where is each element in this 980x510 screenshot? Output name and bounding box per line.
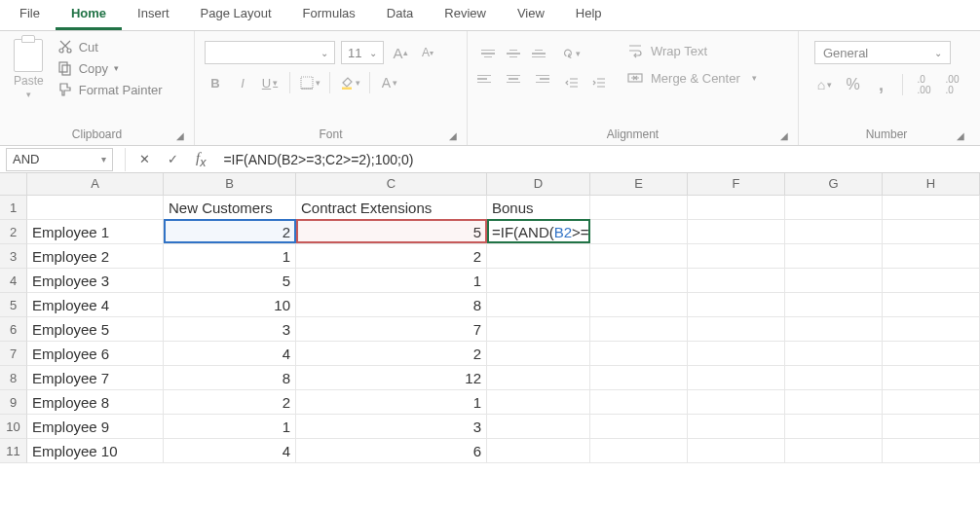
font-color-button[interactable]: A [379,72,400,93]
cell[interactable]: Employee 4 [27,293,164,317]
col-header-f[interactable]: F [688,173,785,195]
cell[interactable] [883,342,980,366]
italic-button[interactable]: I [232,72,253,93]
row-header[interactable]: 11 [0,439,27,463]
tab-home[interactable]: Home [56,0,122,30]
cell[interactable] [487,390,590,415]
cell[interactable] [688,415,785,439]
col-header-a[interactable]: A [27,173,164,195]
row-header[interactable]: 9 [0,390,27,415]
select-all-corner[interactable] [0,173,27,195]
cell[interactable] [883,317,980,342]
decrease-decimal-button[interactable]: .00.0 [942,74,962,95]
tab-page-layout[interactable]: Page Layout [185,0,287,30]
cell[interactable] [883,390,980,415]
align-bottom-button[interactable] [528,43,549,64]
chevron-down-icon[interactable]: ▾ [26,90,31,99]
cell[interactable]: 8 [164,366,296,390]
dialog-launcher-icon[interactable]: ◢ [176,130,184,141]
cell[interactable] [883,196,980,220]
cell[interactable] [785,269,883,293]
cell[interactable] [590,196,688,220]
borders-button[interactable] [299,72,320,93]
dialog-launcher-icon[interactable]: ◢ [780,130,788,141]
percent-button[interactable]: % [843,74,863,95]
cell[interactable]: Employee 2 [27,244,164,269]
cell[interactable] [883,415,980,439]
wrap-text-button[interactable]: Wrap Text [627,43,757,58]
align-center-button[interactable] [503,68,524,90]
font-name-select[interactable]: ⌄ [205,41,335,64]
copy-button[interactable]: Copy ▾ [57,60,163,76]
cell[interactable]: Employee 8 [27,390,164,415]
cell[interactable] [688,196,785,220]
tab-formulas[interactable]: Formulas [287,0,371,30]
accounting-format-button[interactable]: ⌂ [814,74,835,95]
cell[interactable]: 5 [164,269,296,293]
cell[interactable] [487,415,590,439]
cancel-icon[interactable]: ✕ [139,152,150,166]
enter-icon[interactable]: ✓ [168,152,178,166]
cell[interactable]: 1 [296,269,487,293]
cell[interactable]: 2 [296,342,487,366]
cell[interactable]: 10 [164,293,296,317]
cell[interactable]: 12 [296,366,487,390]
cell[interactable] [785,415,883,439]
cell[interactable]: =IF(AND(B2>=3;C2>=2);100;0) [487,220,590,244]
comma-button[interactable]: , [871,74,891,95]
cell[interactable] [688,439,785,463]
cut-button[interactable]: Cut [57,39,163,55]
tab-help[interactable]: Help [560,0,618,30]
cell[interactable]: 2 [164,390,296,415]
cell[interactable]: Employee 5 [27,317,164,342]
align-middle-button[interactable] [503,43,524,64]
row-header[interactable]: 10 [0,415,27,439]
cell[interactable]: 1 [164,244,296,269]
increase-indent-button[interactable] [588,72,610,93]
row-header[interactable]: 5 [0,293,27,317]
col-header-h[interactable]: H [883,173,980,195]
cell[interactable]: 3 [296,415,487,439]
cell[interactable] [688,342,785,366]
tab-insert[interactable]: Insert [122,0,185,30]
cell[interactable] [590,342,688,366]
cell[interactable] [883,293,980,317]
cell[interactable]: 4 [164,439,296,463]
cell[interactable] [487,342,590,366]
chevron-down-icon[interactable]: ▾ [101,154,106,164]
cell[interactable] [785,317,883,342]
tab-review[interactable]: Review [429,0,502,30]
row-header[interactable]: 3 [0,244,27,269]
increase-decimal-button[interactable]: .0.00 [914,74,934,95]
tab-view[interactable]: View [502,0,560,30]
col-header-e[interactable]: E [590,173,688,195]
orientation-button[interactable]: ⟳ [561,43,583,64]
format-painter-button[interactable]: Format Painter [57,82,163,97]
cell[interactable] [487,439,590,463]
dialog-launcher-icon[interactable]: ◢ [957,130,964,141]
chevron-down-icon[interactable]: ▾ [752,73,757,83]
cell[interactable] [785,196,883,220]
fx-icon[interactable]: fx [196,150,206,169]
tab-data[interactable]: Data [371,0,429,30]
align-top-button[interactable] [477,43,499,64]
cell[interactable]: 5 [296,220,487,244]
tab-file[interactable]: File [4,0,56,30]
cell[interactable] [688,269,785,293]
row-header[interactable]: 1 [0,196,27,220]
number-format-select[interactable]: General ⌄ [814,41,951,64]
worksheet[interactable]: A B C D E F G H 1New CustomersContract E… [0,173,980,463]
increase-font-icon[interactable]: A▴ [390,42,411,63]
cell[interactable] [785,220,883,244]
cell[interactable] [590,317,688,342]
cell[interactable] [785,390,883,415]
formula-input[interactable]: =IF(AND(B2>=3;C2>=2);100;0) [213,152,980,167]
col-header-d[interactable]: D [487,173,590,195]
row-header[interactable]: 4 [0,269,27,293]
col-header-c[interactable]: C [296,173,487,195]
cell[interactable]: 3 [164,317,296,342]
cell[interactable] [590,293,688,317]
cell[interactable] [590,390,688,415]
paste-button[interactable]: Paste ▾ [10,35,52,99]
cell[interactable] [590,439,688,463]
